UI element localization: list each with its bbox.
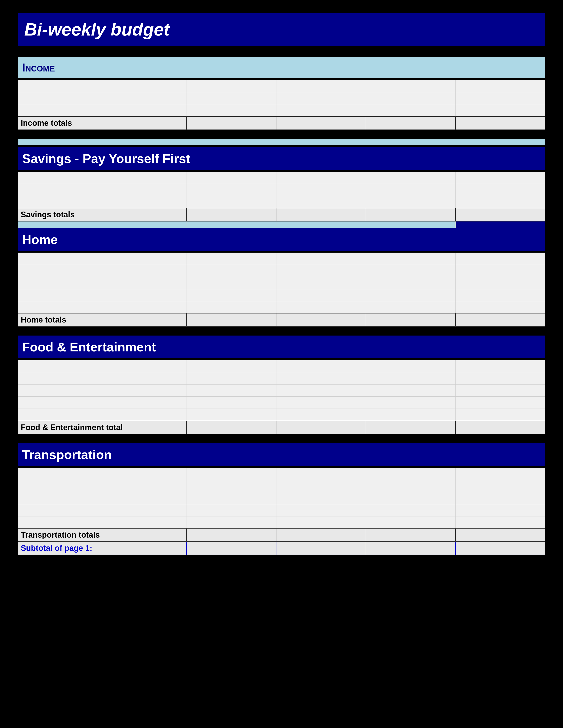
page-container: Bi-weekly budget Income <box>18 13 545 555</box>
table-row <box>18 397 545 409</box>
transportation-section: Transportation <box>18 443 545 555</box>
table-row <box>18 480 545 492</box>
table-row <box>18 504 545 516</box>
spacer1 <box>18 130 545 139</box>
savings-accent-row <box>18 221 545 228</box>
spacer2 <box>18 327 545 336</box>
food-section: Food & Entertainment <box>18 336 545 434</box>
table-row <box>18 104 545 116</box>
home-table: Home totals <box>18 253 545 327</box>
savings-table: Savings totals <box>18 172 545 228</box>
subtotal-row: Subtotal of page 1: <box>18 542 545 555</box>
table-row <box>18 253 545 265</box>
table-row <box>18 516 545 528</box>
transportation-header: Transportation <box>18 443 545 466</box>
home-totals-label: Home totals <box>18 313 186 326</box>
transportation-totals-label: Transportation totals <box>18 528 186 542</box>
table-row <box>18 301 545 313</box>
income-header: Income <box>18 57 545 78</box>
income-header-text: Income <box>22 61 541 74</box>
spacer3 <box>18 434 545 443</box>
table-row <box>18 265 545 277</box>
table-row <box>18 80 545 92</box>
savings-totals-label: Savings totals <box>18 208 186 221</box>
table-row <box>18 277 545 289</box>
table-row <box>18 372 545 385</box>
table-row <box>18 289 545 301</box>
transportation-totals-row: Transportation totals <box>18 528 545 542</box>
income-table: Income totals <box>18 80 545 130</box>
table-row <box>18 92 545 104</box>
home-header-text: Home <box>22 232 541 247</box>
table-row <box>18 492 545 504</box>
savings-header: Savings - Pay Yourself First <box>18 147 545 170</box>
page-title: Bi-weekly budget <box>24 19 539 40</box>
food-header-text: Food & Entertainment <box>22 340 541 354</box>
table-row <box>18 196 545 208</box>
food-totals-row: Food & Entertainment total <box>18 421 545 434</box>
income-totals-row: Income totals <box>18 116 545 130</box>
table-row <box>18 468 545 480</box>
savings-section: Savings - Pay Yourself First <box>18 139 545 228</box>
food-totals-label: Food & Entertainment total <box>18 421 186 434</box>
food-header: Food & Entertainment <box>18 336 545 358</box>
table-row <box>18 409 545 421</box>
savings-totals-row: Savings totals <box>18 208 545 221</box>
food-table: Food & Entertainment total <box>18 360 545 434</box>
income-totals-label: Income totals <box>18 116 186 130</box>
savings-light-header <box>18 139 545 145</box>
income-section: Income <box>18 57 545 130</box>
table-row <box>18 360 545 372</box>
home-header: Home <box>18 228 545 251</box>
table-row <box>18 172 545 184</box>
title-bar: Bi-weekly budget <box>18 13 545 46</box>
transportation-header-text: Transportation <box>22 447 541 462</box>
home-totals-row: Home totals <box>18 313 545 326</box>
home-section: Home <box>18 228 545 327</box>
table-row <box>18 184 545 196</box>
transportation-table: Transportation totals Subtotal of page 1… <box>18 468 545 555</box>
subtotal-label: Subtotal of page 1: <box>18 542 186 555</box>
table-row <box>18 385 545 397</box>
savings-header-text: Savings - Pay Yourself First <box>22 151 541 166</box>
